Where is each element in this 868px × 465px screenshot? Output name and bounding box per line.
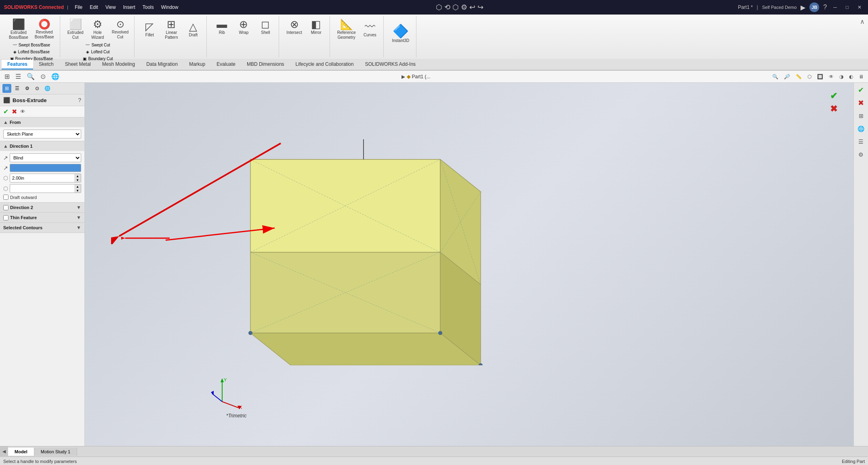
tab-data-migration[interactable]: Data Migration (141, 60, 183, 69)
direction1-section-header[interactable]: ▲ Direction 1 (0, 141, 84, 151)
collapse-arrow[interactable]: ▶ (401, 74, 405, 80)
pticon-settings[interactable]: ⚙ (23, 84, 32, 93)
pticon-4[interactable]: ⊙ (33, 84, 42, 93)
second-decrease-button[interactable]: ▼ (74, 189, 81, 193)
menu-tools[interactable]: Tools (139, 4, 157, 11)
viewport-cancel-button[interactable]: ✖ (830, 104, 837, 114)
tab-scroll-left[interactable]: ◀ (2, 449, 6, 454)
tab-sheet-metal[interactable]: Sheet Metal (59, 60, 97, 69)
direction1-face-field[interactable] (10, 164, 81, 172)
tree-icon-1[interactable]: ⊞ (2, 71, 12, 82)
swept-boss-button[interactable]: 〰 Swept Boss/Base (11, 42, 52, 48)
lofted-cut-button[interactable]: ◈ Lofted Cut (84, 49, 111, 55)
reference-geometry-button[interactable]: 📐 ReferenceGeometry (335, 18, 358, 41)
rib-button[interactable]: ▬ Rib (212, 18, 232, 36)
sidebar-icon-settings[interactable]: ⚙ (855, 149, 867, 160)
hole-wizard-button[interactable]: ⚙ HoleWizard (88, 18, 108, 41)
selected-contours-header[interactable]: Selected Contours ▼ (0, 223, 84, 232)
curves-button[interactable]: 〰 Curves (360, 18, 380, 41)
view-icon-9[interactable]: 🖥 (857, 73, 866, 81)
depth-decrease-button[interactable]: ▼ (74, 178, 81, 182)
help-icon[interactable]: ? (823, 4, 827, 11)
cancel-button[interactable]: ✖ (12, 108, 17, 115)
tab-addins[interactable]: SOLIDWORKS Add-Ins (359, 60, 421, 69)
viewport[interactable]: Y X *Trimetric ✔ ✖ (85, 83, 853, 446)
view-icon-5[interactable]: 🔲 (815, 73, 825, 81)
linear-pattern-button[interactable]: ⊞ LinearPattern (161, 18, 181, 41)
sidebar-icon-list[interactable]: ☰ (855, 136, 867, 147)
tab-mbd-dimensions[interactable]: MBD Dimensions (241, 60, 290, 69)
depth-increase-button[interactable]: ▲ (74, 174, 81, 178)
menu-window[interactable]: Window (158, 4, 182, 11)
sidebar-icon-1[interactable]: ✔ (855, 84, 867, 96)
tree-icon-2[interactable]: ☰ (13, 71, 23, 82)
thin-feature-section-header[interactable]: Thin Feature ▼ (0, 213, 84, 222)
from-dropdown[interactable]: Sketch Plane Surface/Face/Plane Vertex O… (3, 130, 81, 138)
revolved-boss-button[interactable]: ⭕ RevolvedBoss/Base (32, 18, 57, 41)
menu-file[interactable]: File (71, 4, 86, 11)
shell-button[interactable]: ◻ Shell (255, 18, 275, 36)
lofted-boss-button[interactable]: ◈ Lofted Boss/Base (12, 49, 51, 55)
pticon-extrude[interactable]: ⊞ (2, 84, 11, 93)
ribbon-collapse-button[interactable]: ∧ (860, 18, 865, 25)
fillet-button[interactable]: ◸ Fillet (139, 18, 160, 41)
direction1-second-field[interactable] (10, 185, 74, 192)
pticon-5[interactable]: 🌐 (43, 84, 52, 93)
instant3d-button[interactable]: 🔷 Instant3D (389, 18, 413, 50)
extruded-cut-button[interactable]: ⬜ ExtrudedCut (65, 18, 86, 41)
tab-sketch[interactable]: Sketch (33, 60, 59, 69)
revolved-cut-button[interactable]: ⊙ RevolvedCut (109, 18, 131, 41)
menu-insert[interactable]: Insert (120, 4, 139, 11)
from-section-header[interactable]: ▲ From (0, 117, 84, 127)
thin-feature-checkbox[interactable] (3, 215, 8, 220)
view-icon-3[interactable]: 📏 (794, 73, 804, 81)
swept-cut-button[interactable]: 〰 Swept Cut (84, 42, 111, 48)
view-icon-8[interactable]: ◐ (847, 73, 855, 81)
menu-view[interactable]: View (102, 4, 119, 11)
tree-icon-4[interactable]: ⊙ (38, 71, 48, 82)
direction1-type-dropdown[interactable]: Blind Through All Up To Next Up To Verte… (10, 153, 81, 162)
extruded-boss-button[interactable]: ⬛ ExtrudedBoss/Base (6, 18, 31, 41)
terminal-icon[interactable]: ▶ (801, 4, 805, 11)
direction1-face-row: ↗ (3, 164, 81, 172)
direction2-section-header[interactable]: Direction 2 ▼ (0, 203, 84, 212)
tab-features[interactable]: Features (2, 60, 33, 69)
sidebar-icon-globe[interactable]: 🌐 (855, 123, 867, 134)
panel-help-icon[interactable]: ? (78, 97, 81, 103)
view-icon-7[interactable]: ◑ (837, 73, 845, 81)
intersect-button[interactable]: ⊗ Intersect (284, 18, 304, 36)
draft-button[interactable]: △ Draft (183, 18, 203, 41)
direction2-checkbox[interactable] (3, 205, 8, 210)
second-increase-button[interactable]: ▲ (74, 184, 81, 189)
draft-outward-checkbox[interactable] (3, 195, 8, 200)
preview-button[interactable]: 👁 (20, 109, 25, 115)
direction1-depth-row: ⬡ ▲ ▼ (3, 174, 81, 182)
maximize-button[interactable]: □ (843, 4, 851, 11)
direction-vector-icon: ↗ (3, 165, 8, 171)
tab-markup[interactable]: Markup (183, 60, 211, 69)
wrap-button[interactable]: ⊕ Wrap (233, 18, 254, 36)
model-tab[interactable]: Model (8, 448, 34, 456)
tab-evaluate[interactable]: Evaluate (211, 60, 241, 69)
tree-icon-5[interactable]: 🌐 (49, 71, 61, 82)
view-icon-4[interactable]: ⬡ (805, 73, 813, 81)
user-avatar[interactable]: JB (809, 2, 819, 12)
view-icon-6[interactable]: 👁 (827, 73, 836, 81)
sidebar-icon-2[interactable]: ✖ (855, 97, 867, 109)
view-icon-zoom[interactable]: 🔎 (782, 73, 792, 81)
direction1-depth-field[interactable] (10, 174, 74, 182)
minimize-button[interactable]: ─ (831, 4, 839, 11)
viewport-accept-button[interactable]: ✔ (830, 91, 837, 101)
direction1-face-input[interactable] (10, 164, 81, 172)
view-icon-search[interactable]: 🔍 (770, 73, 780, 81)
pticon-list[interactable]: ☰ (13, 84, 21, 93)
close-button[interactable]: ✕ (855, 4, 864, 11)
mirror-button[interactable]: ◧ Mirror (306, 18, 326, 36)
tab-mesh-modeling[interactable]: Mesh Modeling (97, 60, 141, 69)
confirm-button[interactable]: ✔ (3, 108, 8, 115)
sidebar-icon-grid[interactable]: ⊞ (855, 110, 867, 121)
motion-study-tab[interactable]: Motion Study 1 (34, 448, 77, 456)
tab-lifecycle[interactable]: Lifecycle and Collaboration (290, 60, 359, 69)
menu-edit[interactable]: Edit (86, 4, 101, 11)
tree-icon-3[interactable]: 🔍 (25, 71, 37, 82)
